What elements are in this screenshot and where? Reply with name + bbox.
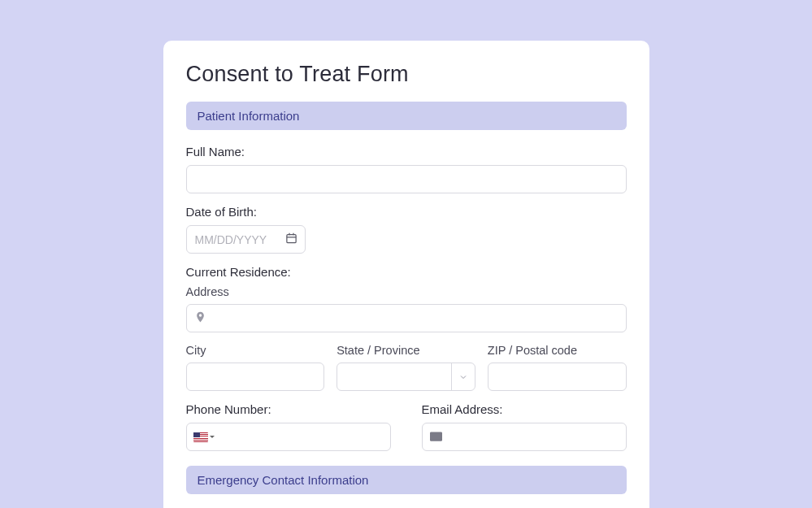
address-label: Address <box>186 285 627 298</box>
country-flag-selector[interactable] <box>193 432 215 442</box>
us-flag-icon <box>193 432 208 442</box>
page-title: Consent to Treat Form <box>186 62 627 87</box>
address-input[interactable] <box>186 304 627 332</box>
zip-label: ZIP / Postal code <box>488 344 627 357</box>
phone-label: Phone Number: <box>186 402 391 416</box>
full-name-label: Full Name: <box>186 145 627 158</box>
dob-input[interactable] <box>186 225 306 254</box>
email-input[interactable] <box>422 423 627 451</box>
dob-label: Date of Birth: <box>186 205 627 219</box>
field-dob: Date of Birth: <box>186 205 627 254</box>
section-patient-info: Patient Information <box>186 102 627 130</box>
full-name-input[interactable] <box>186 165 627 193</box>
field-full-name: Full Name: <box>186 145 627 193</box>
zip-input[interactable] <box>488 363 627 391</box>
chevron-down-icon <box>210 436 215 438</box>
state-select[interactable] <box>337 363 475 391</box>
city-input[interactable] <box>186 363 325 391</box>
form-card: Consent to Treat Form Patient Informatio… <box>163 41 649 508</box>
phone-input[interactable] <box>186 423 391 451</box>
field-residence: Current Residence: Address City State / … <box>186 265 627 391</box>
city-label: City <box>186 344 325 357</box>
email-label: Email Address: <box>422 402 627 416</box>
residence-label: Current Residence: <box>186 265 627 279</box>
section-emergency-contact: Emergency Contact Information <box>186 466 627 494</box>
state-label: State / Province <box>337 344 475 357</box>
